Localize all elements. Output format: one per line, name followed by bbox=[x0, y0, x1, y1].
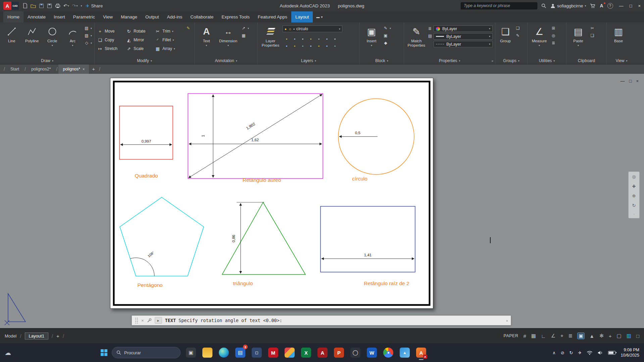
viewport-close-icon[interactable]: × bbox=[636, 79, 639, 84]
layer-tool-icon[interactable]: ▪ bbox=[291, 37, 299, 41]
pentagon-angle-arc[interactable] bbox=[130, 258, 154, 276]
line-tool[interactable]: Line bbox=[2, 24, 21, 43]
taskbar-app-autocad[interactable]: A bbox=[316, 346, 329, 359]
ortho-icon[interactable]: ∟ bbox=[541, 333, 546, 339]
panel-modify-footer[interactable]: Modify▾ bbox=[95, 57, 194, 64]
wifi-icon[interactable] bbox=[587, 351, 593, 355]
taskbar-app-chrome[interactable] bbox=[382, 346, 394, 359]
hatch-tool[interactable]: ▨▾ bbox=[84, 25, 92, 31]
boundary-tool[interactable]: ◇▾ bbox=[84, 40, 92, 46]
dimension-chevron-icon[interactable]: ▾ bbox=[228, 44, 229, 47]
taskbar-app-11[interactable]: ◯ bbox=[349, 346, 361, 359]
square-shape[interactable] bbox=[119, 106, 173, 159]
file-tab-close-icon[interactable]: × bbox=[83, 67, 85, 71]
create-block-tool[interactable]: ▣ bbox=[383, 33, 391, 38]
taskbar-app-word[interactable]: W bbox=[366, 346, 378, 359]
taskbar-app-powerpoint[interactable]: P bbox=[333, 346, 345, 359]
properties-dialog-launcher-icon[interactable]: » bbox=[491, 59, 493, 63]
panel-properties-footer[interactable]: Properties▾» bbox=[404, 57, 495, 64]
arc-tool[interactable]: Arc ▾ bbox=[63, 24, 82, 47]
tab-layout[interactable]: Layout bbox=[291, 11, 313, 22]
autodesk-notifications-icon[interactable]: A bbox=[600, 3, 603, 8]
selection-cycling-icon[interactable]: ▣ bbox=[578, 333, 584, 339]
command-line[interactable]: × ▸ TEXTSpecify rotation angle of text <… bbox=[132, 315, 511, 325]
root2-rectangle-shape[interactable] bbox=[320, 206, 415, 272]
taskbar-app-mcafee[interactable]: M bbox=[267, 346, 279, 359]
layer-properties-button[interactable]: Layer Properties bbox=[260, 24, 281, 48]
layer-tool-icon[interactable]: ▪ bbox=[299, 44, 307, 48]
recent-commands-button[interactable]: ▸ bbox=[155, 317, 162, 324]
text-tool[interactable]: A Text ▾ bbox=[197, 24, 216, 47]
start-button[interactable] bbox=[101, 349, 107, 356]
file-tab-start[interactable]: Start bbox=[6, 64, 23, 74]
layer-tool-icon[interactable]: ▪ bbox=[331, 37, 339, 41]
polar-tracking-icon[interactable]: ∠ bbox=[551, 333, 555, 339]
viewport-minimize-icon[interactable]: — bbox=[621, 79, 625, 84]
taskbar-app-edge[interactable] bbox=[218, 346, 230, 359]
command-prompt-text[interactable]: TEXTSpecify rotation angle of text <0.00… bbox=[165, 318, 282, 323]
copy-clip-tool[interactable]: ❏ bbox=[589, 33, 595, 38]
viewport-border[interactable] bbox=[114, 82, 430, 305]
circle-tool[interactable]: Circle ▾ bbox=[43, 24, 62, 47]
panel-view-footer[interactable]: View▾ bbox=[607, 57, 636, 64]
tab-output[interactable]: Output bbox=[141, 11, 163, 22]
taskbar-search-input[interactable] bbox=[124, 350, 171, 355]
window-minimize-button[interactable]: — bbox=[619, 3, 624, 8]
copy-tool[interactable]: ❏Copy bbox=[97, 36, 126, 44]
taskbar-app-7[interactable] bbox=[284, 346, 296, 359]
circle-chevron-icon[interactable]: ▾ bbox=[52, 44, 53, 47]
arc-chevron-icon[interactable]: ▾ bbox=[72, 44, 73, 47]
rotate-tool[interactable]: ↻Rotate bbox=[126, 27, 155, 36]
help-icon[interactable]: ? bbox=[607, 3, 613, 9]
define-attributes-tool[interactable]: ◆ bbox=[383, 40, 391, 46]
command-line-close-icon[interactable]: × bbox=[141, 318, 144, 323]
workspace-gear-icon[interactable]: ✻ bbox=[599, 333, 604, 339]
ungroup-tool[interactable]: ❏ bbox=[515, 25, 521, 31]
stretch-tool[interactable]: ↦Stretch bbox=[97, 44, 126, 53]
paste-chevron-icon[interactable]: ▾ bbox=[578, 44, 579, 47]
tab-annotate[interactable]: Annotate bbox=[23, 11, 50, 22]
annotation-scale-icon[interactable]: ▲ bbox=[589, 333, 594, 339]
object-snap-icon[interactable]: ⌖ bbox=[560, 333, 563, 339]
linetype-dropdown[interactable]: ByLayer ▾ bbox=[434, 41, 493, 47]
ribbon-display-options-button[interactable]: ▬▾ bbox=[313, 11, 326, 22]
clean-screen-icon[interactable]: □ bbox=[636, 333, 639, 339]
group-edit-tool[interactable]: ✎ bbox=[515, 33, 521, 38]
zoom-icon[interactable]: ⊕ bbox=[632, 193, 636, 198]
open-file-button[interactable] bbox=[31, 3, 36, 8]
window-close-button[interactable]: × bbox=[638, 3, 641, 8]
layer-tool-icon[interactable]: ▪ bbox=[323, 44, 331, 48]
leader-tool[interactable]: ↗▾ bbox=[241, 25, 249, 31]
pentagon-shape[interactable] bbox=[120, 197, 204, 276]
battery-icon[interactable] bbox=[608, 351, 615, 355]
mirror-tool[interactable]: ◭Mirror bbox=[126, 36, 155, 44]
sync-icon[interactable]: ↻ bbox=[569, 350, 573, 355]
layer-tool-icon[interactable]: ▪ bbox=[315, 44, 323, 48]
tab-featured-apps[interactable]: Featured Apps bbox=[254, 11, 291, 22]
share-button[interactable]: ✈ Share bbox=[86, 3, 103, 8]
scale-tool[interactable]: ⇗Scale bbox=[126, 44, 155, 53]
save-button[interactable] bbox=[39, 3, 44, 8]
gradient-tool[interactable]: ▧▾ bbox=[84, 33, 92, 38]
snap-icon[interactable]: ▦ bbox=[531, 333, 536, 339]
array-tool[interactable]: ▦Array▾ bbox=[155, 44, 184, 53]
file-tab-polignos2[interactable]: polignos2* bbox=[27, 64, 55, 74]
tab-collaborate[interactable]: Collaborate bbox=[186, 11, 217, 22]
insert-chevron-icon[interactable]: ▾ bbox=[371, 44, 372, 47]
layer-tool-icon[interactable]: ▪ bbox=[307, 37, 315, 41]
taskbar-app-mail[interactable]: ▤3 bbox=[234, 346, 246, 359]
layer-tool-icon[interactable]: ▪ bbox=[291, 44, 299, 48]
measure-chevron-icon[interactable]: ▾ bbox=[539, 44, 540, 47]
command-history-up-icon[interactable]: ▴ bbox=[506, 319, 508, 322]
taskbar-search[interactable] bbox=[112, 347, 181, 358]
new-file-button[interactable] bbox=[22, 3, 28, 8]
object-color-dropdown[interactable]: ByLayer ▾ bbox=[434, 25, 493, 32]
redo-button[interactable]: ↷▾ bbox=[72, 3, 78, 8]
quick-select-tool[interactable]: ≣ bbox=[550, 40, 556, 46]
text-chevron-icon[interactable]: ▾ bbox=[206, 44, 207, 47]
layer-dropdown[interactable]: ● ☼ ▪ círculo ▾ bbox=[283, 25, 342, 32]
window-maximize-button[interactable]: □ bbox=[630, 3, 632, 8]
hidden-icons-chevron[interactable]: ∧ bbox=[552, 350, 556, 355]
insert-block-tool[interactable]: ▣ Insert ▾ bbox=[362, 24, 381, 47]
file-tab-polignos[interactable]: polignos*× bbox=[58, 64, 89, 74]
